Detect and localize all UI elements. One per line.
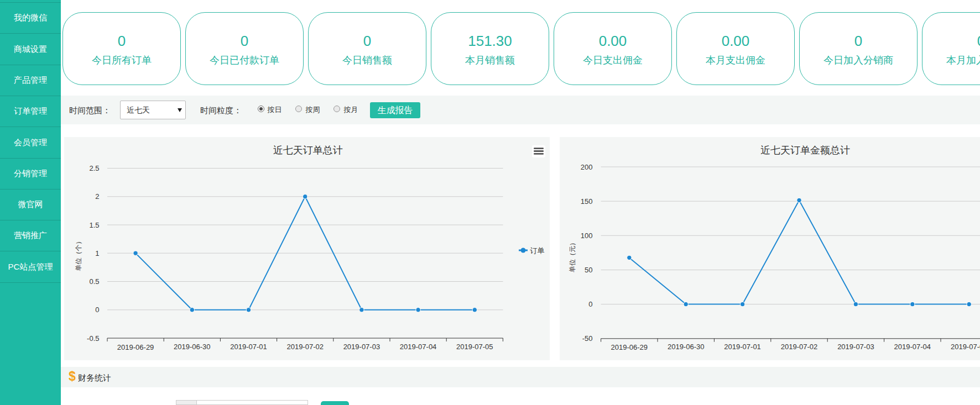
svg-text:-50: -50 bbox=[582, 334, 593, 343]
svg-text:单位（元）: 单位（元） bbox=[569, 239, 576, 272]
svg-text:2019-06-30: 2019-06-30 bbox=[174, 343, 211, 351]
svg-text:2019-06-29: 2019-06-29 bbox=[117, 343, 154, 351]
svg-text:2019-07-03: 2019-07-03 bbox=[343, 343, 380, 351]
svg-text:2019-07-01: 2019-07-01 bbox=[724, 343, 761, 351]
svg-text:2019-07-05: 2019-07-05 bbox=[951, 343, 980, 351]
svg-text:2019-06-29: 2019-06-29 bbox=[611, 343, 648, 351]
svg-text:2019-07-04: 2019-07-04 bbox=[894, 343, 931, 351]
svg-text:2019-07-01: 2019-07-01 bbox=[230, 343, 267, 351]
svg-text:2019-07-03: 2019-07-03 bbox=[837, 343, 874, 351]
svg-text:2019-07-02: 2019-07-02 bbox=[286, 343, 324, 351]
svg-text:近七天订单总计: 近七天订单总计 bbox=[273, 145, 343, 156]
svg-text:0.5: 0.5 bbox=[89, 277, 99, 286]
svg-text:2: 2 bbox=[95, 192, 99, 201]
svg-text:150: 150 bbox=[581, 197, 593, 206]
svg-text:0: 0 bbox=[95, 306, 99, 314]
svg-text:2019-07-02: 2019-07-02 bbox=[781, 343, 818, 351]
svg-text:订单: 订单 bbox=[530, 246, 545, 255]
svg-text:50: 50 bbox=[585, 266, 592, 274]
svg-text:200: 200 bbox=[581, 163, 593, 171]
svg-text:单位（个）: 单位（个） bbox=[75, 238, 82, 271]
svg-text:2019-06-30: 2019-06-30 bbox=[668, 343, 705, 351]
svg-text:2019-07-04: 2019-07-04 bbox=[400, 343, 437, 351]
svg-text:1.5: 1.5 bbox=[89, 221, 99, 229]
svg-text:-0.5: -0.5 bbox=[87, 334, 99, 343]
svg-text:2019-07-05: 2019-07-05 bbox=[456, 343, 493, 351]
svg-text:100: 100 bbox=[581, 232, 593, 240]
svg-text:近七天订单金额总计: 近七天订单金额总计 bbox=[760, 145, 850, 156]
svg-text:2.5: 2.5 bbox=[89, 164, 99, 172]
svg-text:1: 1 bbox=[95, 249, 99, 257]
svg-text:0: 0 bbox=[588, 300, 592, 308]
